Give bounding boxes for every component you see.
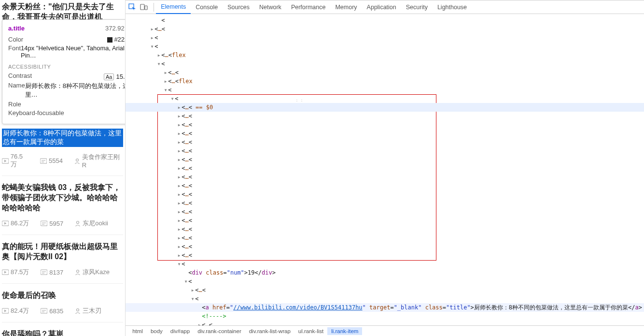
dom-node[interactable]: ▾< <box>126 94 644 103</box>
expand-arrow-icon[interactable]: ▸ <box>150 25 154 33</box>
dom-node[interactable]: ▸<…< <box>126 138 644 146</box>
flex-badge[interactable]: flex <box>179 78 193 85</box>
dom-node[interactable]: ▸<…< <box>126 25 644 33</box>
dom-node[interactable]: ▾< <box>126 294 644 303</box>
expand-arrow-icon[interactable]: ▸ <box>177 225 182 234</box>
entry-title[interactable]: 蛇蝎美女骗我钱 03，反被我拿下，带领骗子团伙攻下沙城。哈哈哈哈哈哈哈哈哈 <box>2 183 123 213</box>
dom-node[interactable]: ▸<…<flex <box>126 51 644 59</box>
expand-arrow-icon[interactable]: ▾ <box>183 277 188 286</box>
dom-node[interactable]: <!----> <box>126 312 644 321</box>
expand-arrow-icon[interactable]: ▸ <box>177 164 182 173</box>
dom-node[interactable]: ▸<…< <box>126 199 644 207</box>
devtools-tab-performance[interactable]: Performance <box>286 0 331 14</box>
dom-node[interactable]: ▸<…< <box>126 321 644 325</box>
devtools-tab-console[interactable]: Console <box>191 0 223 14</box>
dom-node[interactable]: ▸<…< <box>126 173 644 181</box>
dom-node[interactable]: ▸<…< <box>126 216 644 225</box>
breadcrumb-item[interactable]: li.rank-item <box>327 327 362 335</box>
expand-arrow-icon[interactable]: ▸ <box>177 155 182 164</box>
expand-arrow-icon[interactable]: ▸ <box>177 234 182 242</box>
expand-arrow-icon[interactable]: ▸ <box>150 33 154 42</box>
dom-node[interactable]: ▸<…< <box>126 164 644 173</box>
flex-badge[interactable]: flex <box>172 52 186 58</box>
expand-arrow-icon[interactable]: ▸ <box>177 173 182 181</box>
devtools-tab-memory[interactable]: Memory <box>330 0 362 14</box>
dom-node[interactable]: ▸<…<flex <box>126 77 644 86</box>
dom-node[interactable]: ▸<…< <box>126 155 644 164</box>
highlighted-link-title[interactable]: 厨师长教你：8种不同的包菜做法，这里总有一款属于你的菜 <box>2 129 123 147</box>
devtools-tab-sources[interactable]: Sources <box>223 0 254 14</box>
devtools-tab-application[interactable]: Application <box>362 0 401 14</box>
expand-arrow-icon[interactable]: ▸ <box>177 138 182 146</box>
expand-arrow-icon[interactable]: ▸ <box>177 181 182 190</box>
expand-arrow-icon[interactable]: ▸ <box>177 251 182 260</box>
expand-arrow-icon[interactable]: ▸ <box>177 199 182 207</box>
entry-title[interactable]: 使命最后的召唤 <box>2 291 123 301</box>
expand-arrow-icon[interactable]: ▸ <box>177 112 182 120</box>
dom-node[interactable]: <div class="num">19</div> <box>126 268 644 277</box>
dom-node[interactable]: ▸<…< <box>126 207 644 216</box>
expand-arrow-icon[interactable]: ▾ <box>177 260 182 268</box>
inspect-icon[interactable] <box>128 3 136 11</box>
devtools-tab-network[interactable]: Network <box>254 0 286 14</box>
svg-rect-16 <box>41 308 47 313</box>
breadcrumb-item[interactable]: div#app <box>167 327 194 335</box>
dom-node[interactable]: ▸<…< == $0 <box>126 103 644 112</box>
dom-node[interactable]: ▸<…< <box>126 129 644 138</box>
expand-arrow-icon[interactable]: ▸ <box>177 216 182 225</box>
dom-breadcrumb[interactable]: htmlbodydiv#appdiv.rank-containerdiv.ran… <box>126 325 644 336</box>
devtools-tab-security[interactable]: Security <box>401 0 433 14</box>
author-stat[interactable]: 三木刃 <box>75 307 101 315</box>
dom-tree[interactable]: <▸<…<▸<▾<▸<…<flex▾<▸<…<▸<…<flex▾<▾<▸<…< … <box>126 14 644 325</box>
dom-node[interactable]: ▸<…< <box>126 146 644 155</box>
expand-arrow-icon[interactable]: ▸ <box>177 146 182 155</box>
expand-arrow-icon[interactable]: ▸ <box>177 103 182 112</box>
expand-arrow-icon[interactable]: ▸ <box>197 321 202 325</box>
dom-node[interactable]: ▸<…< <box>126 120 644 129</box>
expand-arrow-icon[interactable]: ▸ <box>177 190 182 199</box>
author-stat[interactable]: 凉风Kaze <box>75 268 110 277</box>
dom-node[interactable]: <a href="//www.bilibili.com/video/BV1S54… <box>126 303 644 312</box>
dom-node[interactable]: ▸<…< <box>126 181 644 190</box>
entry-title[interactable]: 真的能玩！用硬纸板做出超级马里奥【阅片无数II 02】 <box>2 242 123 262</box>
dom-node[interactable]: ▸<…< <box>126 242 644 251</box>
dom-node[interactable]: ▾< <box>126 42 644 51</box>
devtools-tab-lighthouse[interactable]: Lighthouse <box>433 0 472 14</box>
dom-node[interactable]: ▸<…< <box>126 234 644 242</box>
author-stat[interactable]: 东尼ookii <box>75 219 108 228</box>
dom-node[interactable]: < <box>126 16 644 25</box>
devtools-tab-elements[interactable]: Elements <box>156 0 191 14</box>
dom-node[interactable]: ▸< <box>126 33 644 42</box>
expand-arrow-icon[interactable]: ▸ <box>190 286 195 294</box>
breadcrumb-item[interactable]: div.rank-list-wrap <box>245 327 294 335</box>
dom-node[interactable]: ▾< <box>126 260 644 268</box>
expand-arrow-icon[interactable]: ▾ <box>156 59 161 68</box>
breadcrumb-item[interactable]: ul.rank-list <box>294 327 327 335</box>
dom-node[interactable]: ▸<…< <box>126 112 644 120</box>
dom-node[interactable]: ▾< <box>126 86 644 94</box>
expand-arrow-icon[interactable]: ▸ <box>156 51 161 59</box>
dom-node[interactable]: ▾< <box>126 277 644 286</box>
dom-node[interactable]: ▸<…< <box>126 190 644 199</box>
expand-arrow-icon[interactable]: ▸ <box>177 129 182 138</box>
expand-arrow-icon[interactable]: ▸ <box>177 207 182 216</box>
entry-title[interactable]: 你是舔狗吗？莫崽 <box>2 329 123 336</box>
expand-arrow-icon[interactable]: ▾ <box>163 86 168 94</box>
expand-arrow-icon[interactable]: ▸ <box>177 242 182 251</box>
expand-arrow-icon[interactable]: ▸ <box>177 120 182 129</box>
breadcrumb-item[interactable]: html <box>128 327 147 335</box>
dom-node[interactable]: ▸<…< <box>126 68 644 77</box>
breadcrumb-item[interactable]: div.rank-container <box>194 327 245 335</box>
dom-node[interactable]: ▾< <box>126 59 644 68</box>
expand-arrow-icon[interactable]: ▾ <box>170 94 175 103</box>
breadcrumb-item[interactable]: body <box>147 327 167 335</box>
expand-arrow-icon[interactable]: ▾ <box>190 294 195 303</box>
dom-node[interactable]: ▸<…< <box>126 286 644 294</box>
dom-node[interactable]: ▸<…< <box>126 225 644 234</box>
dom-node[interactable]: ▸<…< <box>126 251 644 260</box>
expand-arrow-icon[interactable]: ▸ <box>163 77 168 86</box>
expand-arrow-icon[interactable]: ▸ <box>163 68 168 77</box>
author-stat[interactable]: 美食作家王刚R <box>74 153 123 169</box>
expand-arrow-icon[interactable]: ▾ <box>150 42 154 51</box>
device-toggle-icon[interactable] <box>140 3 148 11</box>
